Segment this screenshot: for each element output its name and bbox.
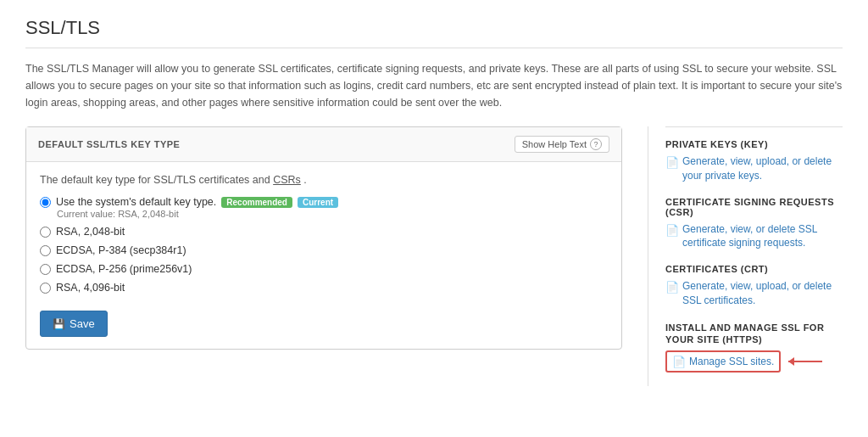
current-value-text: Current value: RSA, 2,048-bit bbox=[57, 209, 608, 219]
card-body: The default key type for SSL/TLS certifi… bbox=[26, 162, 621, 349]
card-description: The default key type for SSL/TLS certifi… bbox=[40, 174, 608, 186]
radio-rsa-2048[interactable] bbox=[40, 227, 51, 238]
page-title: SSL/TLS bbox=[25, 17, 843, 48]
main-content: DEFAULT SSL/TLS KEY TYPE Show Help Text … bbox=[25, 126, 843, 386]
red-arrow-annotation bbox=[784, 353, 826, 370]
radio-option-3: ECDSA, P-384 (secp384r1) bbox=[40, 244, 608, 256]
csr-title: CERTIFICATE SIGNING REQUESTS (CSR) bbox=[665, 197, 843, 217]
private-keys-link-text: Generate, view, upload, or delete your p… bbox=[682, 154, 843, 183]
show-help-label: Show Help Text bbox=[522, 139, 587, 149]
show-help-button[interactable]: Show Help Text ? bbox=[515, 136, 609, 153]
radio-ecdsa-384[interactable] bbox=[40, 245, 51, 256]
radio-rsa-4096[interactable] bbox=[40, 283, 51, 294]
sidebar-private-keys: PRIVATE KEYS (KEY) 📄 Generate, view, upl… bbox=[665, 139, 843, 183]
radio-label-ecdsa-384[interactable]: ECDSA, P-384 (secp384r1) bbox=[56, 244, 186, 256]
csr-doc-icon: 📄 bbox=[665, 223, 679, 238]
install-title: INSTALL AND MANAGE SSL FOR YOUR SITE (HT… bbox=[665, 322, 843, 346]
manage-ssl-link[interactable]: 📄 Manage SSL sites. bbox=[665, 350, 781, 373]
private-keys-link[interactable]: 📄 Generate, view, upload, or delete your… bbox=[665, 154, 843, 183]
csr-link[interactable]: 📄 Generate, view, or delete SSL certific… bbox=[665, 222, 843, 251]
intro-text: The SSL/TLS Manager will allow you to ge… bbox=[25, 60, 843, 111]
csrs-link[interactable]: CSRs bbox=[273, 174, 301, 186]
manage-ssl-doc-icon: 📄 bbox=[672, 356, 686, 368]
save-icon: 💾 bbox=[53, 318, 65, 330]
ssl-key-type-card: DEFAULT SSL/TLS KEY TYPE Show Help Text … bbox=[25, 126, 622, 350]
sidebar-csr: CERTIFICATE SIGNING REQUESTS (CSR) 📄 Gen… bbox=[665, 197, 843, 251]
private-keys-doc-icon: 📄 bbox=[665, 155, 679, 171]
card-header: DEFAULT SSL/TLS KEY TYPE Show Help Text … bbox=[26, 127, 621, 162]
radio-label-system-default[interactable]: Use the system's default key type. bbox=[56, 196, 216, 208]
radio-option-2: RSA, 2,048-bit bbox=[40, 226, 608, 238]
sidebar-install: INSTALL AND MANAGE SSL FOR YOUR SITE (HT… bbox=[665, 322, 843, 373]
current-badge: Current bbox=[298, 197, 338, 208]
private-keys-title: PRIVATE KEYS (KEY) bbox=[665, 139, 843, 149]
manage-ssl-link-text: Manage SSL sites. bbox=[689, 356, 774, 367]
crt-title: CERTIFICATES (CRT) bbox=[665, 264, 843, 274]
csr-link-text: Generate, view, or delete SSL certificat… bbox=[682, 222, 843, 251]
crt-doc-icon: 📄 bbox=[665, 280, 679, 295]
page-wrapper: SSL/TLS The SSL/TLS Manager will allow y… bbox=[0, 0, 868, 437]
card-title: DEFAULT SSL/TLS KEY TYPE bbox=[38, 139, 180, 149]
radio-label-ecdsa-256[interactable]: ECDSA, P-256 (prime256v1) bbox=[56, 263, 192, 275]
help-icon: ? bbox=[590, 138, 602, 150]
radio-label-rsa-4096[interactable]: RSA, 4,096-bit bbox=[56, 282, 125, 294]
radio-system-default[interactable] bbox=[40, 197, 51, 208]
save-button[interactable]: 💾 Save bbox=[40, 311, 108, 337]
sidebar-crt: CERTIFICATES (CRT) 📄 Generate, view, upl… bbox=[665, 264, 843, 308]
radio-option-1: Use the system's default key type. Recom… bbox=[40, 196, 608, 219]
top-divider bbox=[665, 126, 843, 127]
key-type-radio-group: Use the system's default key type. Recom… bbox=[40, 196, 608, 294]
radio-label-rsa-2048[interactable]: RSA, 2,048-bit bbox=[56, 226, 125, 238]
radio-option-5: RSA, 4,096-bit bbox=[40, 282, 608, 294]
left-panel: DEFAULT SSL/TLS KEY TYPE Show Help Text … bbox=[25, 126, 622, 386]
save-label: Save bbox=[70, 317, 95, 330]
radio-ecdsa-256[interactable] bbox=[40, 264, 51, 275]
crt-link-text: Generate, view, upload, or delete SSL ce… bbox=[682, 279, 843, 308]
svg-marker-1 bbox=[788, 357, 794, 366]
crt-link[interactable]: 📄 Generate, view, upload, or delete SSL … bbox=[665, 279, 843, 308]
manage-ssl-row: 📄 Manage SSL sites. bbox=[665, 350, 843, 373]
radio-option-4: ECDSA, P-256 (prime256v1) bbox=[40, 263, 608, 275]
recommended-badge: Recommended bbox=[221, 197, 292, 208]
right-panel: PRIVATE KEYS (KEY) 📄 Generate, view, upl… bbox=[648, 126, 843, 386]
